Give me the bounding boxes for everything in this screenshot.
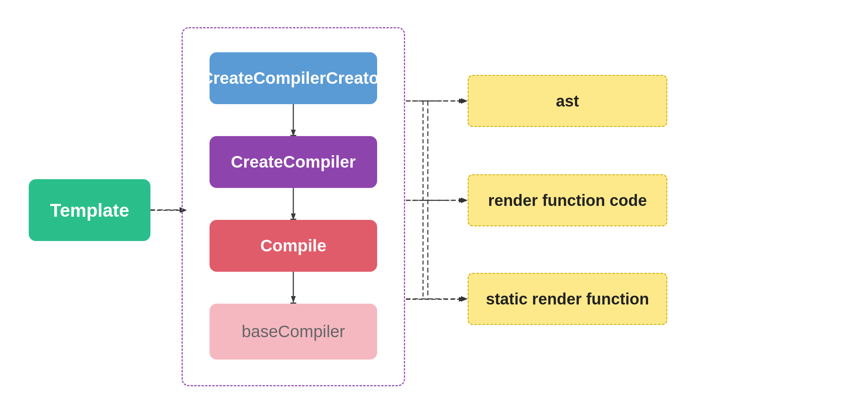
base-compiler-label: baseCompiler [241, 322, 345, 341]
svg-marker-9 [459, 99, 465, 103]
diagram-container: Template CreateCompilerCreator CreateCom… [0, 0, 868, 419]
template-box: Template [29, 179, 150, 241]
svg-marker-12 [459, 198, 465, 203]
svg-marker-29 [461, 98, 468, 104]
static-render-label: static render function [486, 290, 649, 308]
render-function-output-box: render function code [468, 174, 667, 226]
base-compiler-box: baseCompiler [210, 304, 377, 360]
static-render-output-box: static render function [468, 273, 667, 325]
template-label: Template [50, 200, 129, 221]
compile-box: Compile [210, 220, 377, 272]
ast-output-box: ast [468, 75, 667, 127]
svg-marker-33 [461, 296, 468, 302]
svg-marker-14 [459, 297, 465, 302]
compiler-container: CreateCompilerCreator CreateCompiler Com… [182, 27, 405, 386]
compile-label: Compile [260, 236, 326, 255]
svg-marker-31 [461, 198, 468, 203]
create-compiler-box: CreateCompiler [210, 136, 377, 188]
create-compiler-creator-box: CreateCompilerCreator [210, 52, 377, 104]
create-compiler-label: CreateCompiler [231, 152, 356, 172]
render-function-label: render function code [488, 192, 647, 210]
create-compiler-creator-label: CreateCompilerCreator [201, 69, 386, 88]
ast-label: ast [556, 92, 579, 110]
